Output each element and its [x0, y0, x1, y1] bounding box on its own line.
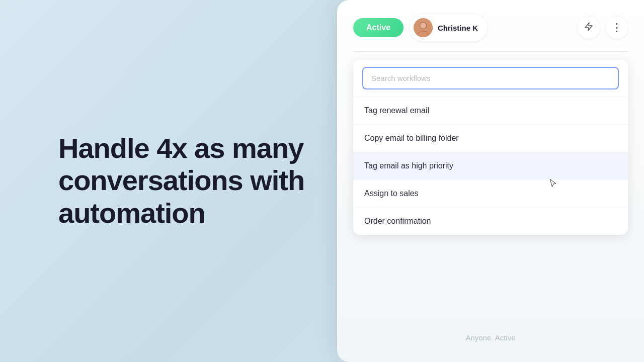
divider [353, 51, 628, 52]
search-input[interactable] [362, 67, 619, 89]
user-pill[interactable]: Christine K [410, 14, 487, 41]
workflow-dropdown: Tag renewal email Copy email to billing … [353, 60, 628, 235]
avatar [414, 18, 433, 37]
workflow-item-order-confirmation[interactable]: Order confirmation [353, 208, 628, 235]
more-button[interactable]: ⋮ [606, 17, 628, 39]
right-panel: Active Christine K ⋮ [337, 0, 644, 362]
hero-heading: Handle 4x as many conversations with aut… [58, 132, 320, 229]
hero-section: Handle 4x as many conversations with aut… [58, 132, 320, 229]
user-name: Christine K [438, 24, 478, 32]
active-badge[interactable]: Active [353, 18, 404, 37]
bottom-status-label: Anyone. Active [465, 333, 515, 342]
more-icon: ⋮ [611, 22, 622, 33]
workflow-item-assign-sales[interactable]: Assign to sales [353, 180, 628, 208]
lightning-icon [584, 22, 594, 34]
lightning-button[interactable] [578, 17, 600, 39]
workflow-item-tag-renewal[interactable]: Tag renewal email [353, 97, 628, 125]
top-bar: Active Christine K ⋮ [337, 0, 644, 51]
search-box [353, 60, 628, 97]
workflow-item-copy-billing[interactable]: Copy email to billing folder [353, 125, 628, 152]
svg-point-3 [420, 23, 426, 29]
workflow-item-high-priority[interactable]: Tag email as high priority [353, 152, 628, 180]
